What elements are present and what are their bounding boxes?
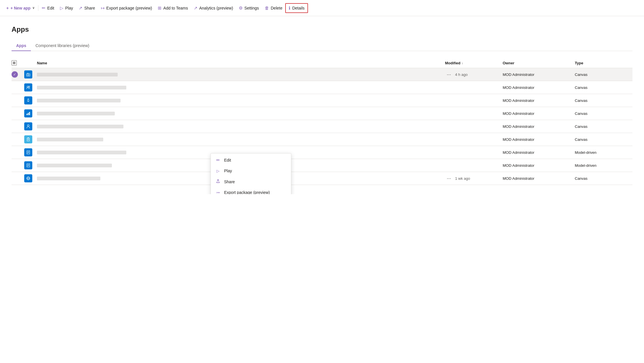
app-icon-3	[24, 109, 32, 117]
details-button[interactable]: ℹ Details	[285, 3, 308, 13]
row-name	[37, 112, 445, 115]
teams-icon: ⊞	[158, 5, 162, 11]
app-name-bar	[37, 112, 115, 115]
row-name	[37, 73, 445, 76]
modified-time: 4 h ago	[455, 72, 467, 77]
table-row[interactable]: MOD Administrator Canvas	[12, 133, 632, 146]
col-modified-header[interactable]: Modified ↓	[445, 61, 503, 65]
svg-rect-6	[27, 73, 28, 74]
menu-item-share[interactable]: Share	[211, 176, 291, 187]
edit-label: Edit	[47, 6, 54, 10]
delete-label: Delete	[271, 6, 282, 10]
add-to-teams-button[interactable]: ⊞ Add to Teams	[155, 4, 191, 12]
app-name-bar	[37, 125, 123, 128]
row-owner: MOD Administrator	[503, 150, 575, 155]
table-row[interactable]: MOD Administrator Canvas	[12, 107, 632, 120]
menu-share-label: Share	[224, 179, 235, 184]
more-options-button[interactable]: ···	[445, 71, 453, 78]
export-button[interactable]: ↦ Export package (preview)	[98, 4, 155, 12]
tab-apps[interactable]: Apps	[12, 40, 31, 51]
table-row[interactable]: MOD Administrator Canvas	[12, 94, 632, 107]
row-app-icon	[24, 122, 37, 130]
globe-icon	[26, 176, 31, 181]
svg-point-9	[28, 99, 29, 100]
delete-button[interactable]: 🗑 Delete	[262, 4, 285, 12]
svg-rect-0	[13, 62, 14, 63]
tab-component-libraries[interactable]: Component libraries (preview)	[31, 40, 94, 51]
menu-edit-icon: ✏	[215, 158, 221, 163]
row-type: Model-driven	[575, 163, 632, 168]
col-owner-header: Owner	[503, 61, 575, 65]
people-icon	[26, 85, 31, 90]
svg-point-7	[27, 86, 29, 88]
menu-item-play[interactable]: ▷ Play	[211, 166, 291, 176]
menu-item-edit[interactable]: ✏ Edit	[211, 155, 291, 166]
more-options-button-8[interactable]: ···	[445, 175, 453, 182]
row-type: Canvas	[575, 124, 632, 129]
svg-rect-14	[27, 138, 29, 141]
row-type: Canvas	[575, 85, 632, 90]
settings-icon: ⚙	[239, 5, 243, 11]
play-button[interactable]: ▷ Play	[57, 4, 76, 12]
row-type: Canvas	[575, 98, 632, 103]
app-icon-8	[24, 174, 32, 182]
row-name	[37, 86, 445, 89]
row-app-icon	[24, 148, 37, 156]
row-owner: MOD Administrator	[503, 85, 575, 90]
check-icon: ✓	[12, 71, 18, 78]
row-owner: MOD Administrator	[503, 137, 575, 142]
analytics-button[interactable]: ↗ Analytics (preview)	[191, 4, 236, 12]
svg-rect-12	[29, 112, 30, 115]
row-name	[37, 138, 445, 141]
document-icon-2	[26, 163, 31, 168]
svg-point-5	[28, 74, 29, 76]
app-name-bar	[37, 151, 126, 154]
row-name	[37, 125, 445, 128]
edit-icon: ✏	[42, 5, 46, 11]
app-name-bar	[37, 73, 118, 76]
tabs: Apps Component libraries (preview)	[12, 40, 632, 51]
analytics-icon: ↗	[194, 5, 198, 11]
play-icon: ▷	[60, 5, 63, 11]
table-row[interactable]: ✓ ··· 4 h ago MOD Administrator Canvas	[12, 68, 632, 81]
share-label: Share	[84, 6, 95, 10]
settings-label: Settings	[244, 6, 259, 10]
new-app-button[interactable]: + + New app ∨	[3, 4, 37, 12]
toolbar: + + New app ∨ ✏ Edit ▷ Play ↗ Share ↦ Ex…	[0, 0, 644, 16]
row-type: Canvas	[575, 137, 632, 142]
add-to-teams-label: Add to Teams	[163, 6, 188, 10]
info-icon: ℹ	[289, 5, 290, 11]
plus-icon: +	[6, 6, 9, 10]
edit-button[interactable]: ✏ Edit	[39, 4, 57, 12]
app-icon-5	[24, 135, 32, 143]
row-type: Canvas	[575, 176, 632, 181]
table-row[interactable]: MOD Administrator Model-driven	[12, 159, 632, 172]
owner-col-label: Owner	[503, 61, 514, 65]
svg-point-8	[29, 86, 30, 87]
select-all-icon	[13, 61, 16, 64]
share-button[interactable]: ↗ Share	[76, 4, 98, 12]
row-name	[37, 99, 445, 102]
menu-item-export[interactable]: ↦ Export package (preview)	[211, 187, 291, 194]
menu-export-label: Export package (preview)	[224, 190, 270, 194]
settings-button[interactable]: ⚙ Settings	[236, 4, 262, 12]
modified-col-label: Modified	[445, 61, 460, 65]
col-checkbox	[12, 60, 24, 66]
export-icon: ↦	[101, 5, 105, 11]
svg-rect-4	[27, 74, 30, 76]
table-row[interactable]: MOD Administrator Canvas	[12, 120, 632, 133]
export-label: Export package (preview)	[106, 6, 152, 10]
row-owner: MOD Administrator	[503, 163, 575, 168]
row-app-icon	[24, 109, 37, 117]
app-icon-2	[24, 96, 32, 104]
svg-rect-1	[14, 62, 16, 63]
runner-icon	[26, 98, 31, 103]
row-check[interactable]: ✓	[12, 71, 24, 78]
table-row[interactable]: MOD Administrator Model-driven	[12, 146, 632, 159]
table-row[interactable]: MOD Administrator Canvas	[12, 81, 632, 94]
play-label: Play	[65, 6, 73, 10]
select-all-checkbox[interactable]	[12, 60, 17, 66]
row-modified: ··· 4 h ago	[445, 71, 503, 78]
row-owner: MOD Administrator	[503, 111, 575, 116]
table-row[interactable]: ··· 1 wk ago MOD Administrator Canvas	[12, 172, 632, 185]
